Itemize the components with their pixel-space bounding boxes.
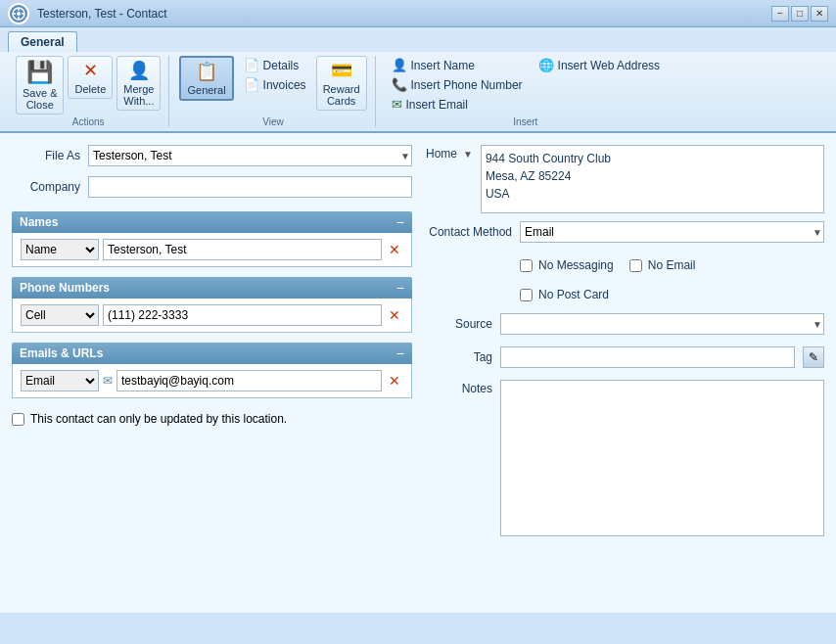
actions-buttons: 💾 Save &Close ✕ Delete 👤 MergeWith... (16, 56, 161, 115)
details-button[interactable]: 📄 Details (238, 56, 312, 74)
app-icon (8, 3, 29, 24)
actions-group-label: Actions (72, 116, 105, 127)
phone-header: Phone Numbers − (12, 277, 412, 299)
no-messaging-checkbox[interactable] (520, 259, 533, 272)
phone-section-label: Phone Numbers (20, 281, 110, 295)
ribbon-group-insert: 👤 Insert Name 📞 Insert Phone Number ✉ In… (378, 56, 674, 127)
tag-edit-button[interactable]: ✎ (803, 346, 824, 368)
merge-with-button[interactable]: 👤 MergeWith... (116, 56, 161, 111)
address-text-box[interactable]: 944 South Country ClubMesa, AZ 85224USA (481, 145, 824, 213)
insert-email-button[interactable]: ✉ Insert Email (386, 95, 529, 114)
names-collapse-btn[interactable]: − (396, 214, 404, 230)
email-type-select[interactable]: Email (21, 370, 99, 391)
names-section-label: Names (20, 215, 58, 229)
notes-textarea[interactable] (500, 380, 824, 536)
company-row: Company (12, 176, 412, 198)
general-view-icon: 📋 (196, 61, 217, 82)
view-buttons: 📋 General 📄 Details 📄 Invoices 💳 RewardC… (179, 56, 366, 115)
title-bar-left: Testerson, Test - Contact (8, 3, 167, 24)
insert-name-button[interactable]: 👤 Insert Name (386, 56, 529, 74)
tag-edit-icon: ✎ (809, 350, 818, 364)
content-area: File As Testerson, Test ▼ Company Names … (0, 133, 836, 613)
address-label-area: Home ▼ (424, 145, 473, 162)
no-postcard-checkbox[interactable] (520, 289, 533, 301)
reward-cards-button[interactable]: 💳 RewardCards (316, 56, 367, 111)
invoices-button[interactable]: 📄 Invoices (238, 75, 312, 94)
no-email-checkbox[interactable] (629, 259, 642, 272)
insert-phone-button[interactable]: 📞 Insert Phone Number (386, 75, 529, 94)
insert-name-icon: 👤 (392, 58, 407, 72)
contact-method-wrapper: Email ▼ (520, 221, 824, 243)
window-title: Testerson, Test - Contact (37, 7, 167, 21)
details-icon: 📄 (244, 58, 259, 72)
email-section-label: Emails & URLs (20, 346, 103, 360)
file-as-wrapper: Testerson, Test ▼ (88, 145, 412, 166)
phone-type-select[interactable]: Cell (21, 304, 99, 326)
insert-web-button[interactable]: 🌐 Insert Web Address (533, 56, 667, 74)
email-clear-button[interactable]: ✕ (386, 372, 403, 390)
email-header: Emails & URLs − (12, 343, 412, 364)
ribbon: 💾 Save &Close ✕ Delete 👤 MergeWith... Ac… (0, 52, 836, 133)
phone-row: Cell ✕ (21, 304, 403, 326)
insert-group-label: Insert (513, 116, 537, 127)
svg-point-1 (17, 12, 21, 16)
close-button[interactable]: ✕ (811, 6, 828, 22)
maximize-button[interactable]: □ (791, 6, 809, 22)
company-input[interactable] (88, 176, 412, 198)
file-as-select[interactable]: Testerson, Test (88, 145, 412, 166)
email-icon: ✉ (103, 374, 113, 388)
phone-input[interactable] (103, 304, 382, 326)
tag-input[interactable] (500, 346, 795, 368)
phone-clear-button[interactable]: ✕ (386, 306, 403, 324)
reward-cards-icon: 💳 (331, 60, 352, 81)
source-select[interactable] (500, 313, 824, 335)
names-header: Names − (12, 211, 412, 233)
insert-phone-icon: 📞 (392, 77, 407, 92)
delete-icon: ✕ (83, 60, 98, 81)
address-type-button[interactable]: Home (424, 145, 459, 162)
delete-button[interactable]: ✕ Delete (68, 56, 113, 99)
postcard-checkbox-row: No Post Card (424, 284, 824, 305)
no-update-label: This contact can only be updated by this… (30, 412, 287, 426)
address-row: Home ▼ 944 South Country ClubMesa, AZ 85… (424, 145, 824, 213)
merge-icon: 👤 (128, 60, 150, 81)
name-type-select[interactable]: Name (21, 239, 99, 260)
phone-body: Cell ✕ (12, 299, 412, 333)
left-panel: File As Testerson, Test ▼ Company Names … (12, 145, 412, 601)
general-view-button[interactable]: 📋 General (179, 56, 233, 101)
contact-method-label: Contact Method (424, 225, 512, 239)
ribbon-group-actions: 💾 Save &Close ✕ Delete 👤 MergeWith... Ac… (8, 56, 169, 127)
no-postcard-label: No Post Card (538, 288, 609, 301)
no-email-row: No Email (629, 258, 696, 272)
source-label: Source (424, 317, 492, 331)
invoices-icon: 📄 (244, 77, 259, 92)
email-body: Email ✉ ✕ (12, 364, 412, 398)
title-bar: Testerson, Test - Contact − □ ✕ (0, 0, 836, 27)
window-controls: − □ ✕ (771, 6, 828, 22)
insert-web-icon: 🌐 (538, 58, 554, 72)
name-clear-button[interactable]: ✕ (386, 241, 403, 258)
phone-collapse-btn[interactable]: − (396, 280, 404, 296)
tab-general[interactable]: General (8, 31, 77, 52)
name-input[interactable] (103, 239, 382, 260)
save-icon: 💾 (26, 60, 53, 85)
names-body: Name ✕ (12, 233, 412, 267)
tag-label: Tag (424, 350, 492, 364)
no-postcard-row: No Post Card (520, 288, 824, 301)
view-group-label: View (262, 116, 284, 127)
tab-bar: General (0, 27, 836, 52)
no-update-row: This contact can only be updated by this… (12, 412, 412, 426)
email-input[interactable] (116, 370, 382, 391)
no-messaging-row: No Messaging (520, 258, 614, 272)
names-section: Names − Name ✕ (12, 207, 412, 267)
ribbon-group-view: 📋 General 📄 Details 📄 Invoices 💳 RewardC… (171, 56, 375, 127)
save-close-button[interactable]: 💾 Save &Close (16, 56, 64, 115)
minimize-button[interactable]: − (771, 6, 789, 22)
no-update-checkbox[interactable] (12, 413, 24, 426)
email-row: Email ✉ ✕ (21, 370, 403, 391)
file-as-row: File As Testerson, Test ▼ (12, 145, 412, 166)
email-collapse-btn[interactable]: − (396, 345, 404, 361)
company-label: Company (12, 180, 80, 194)
notes-label: Notes (424, 380, 492, 395)
contact-method-select[interactable]: Email (520, 221, 824, 243)
